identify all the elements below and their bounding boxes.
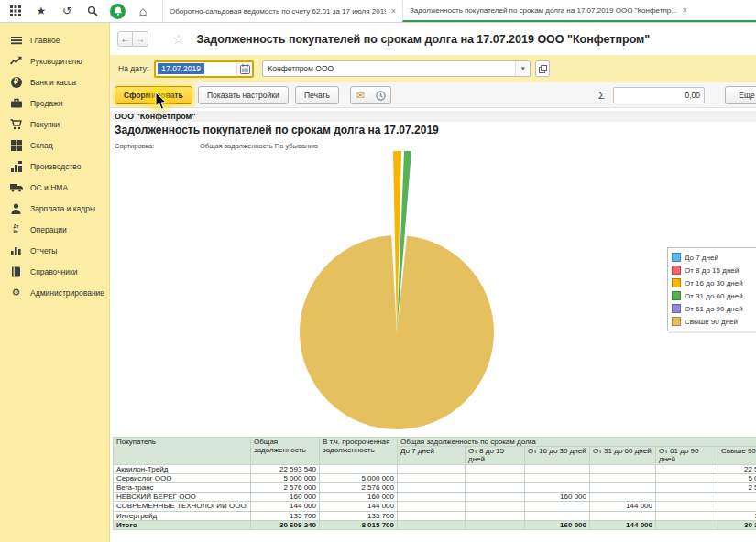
legend-label: От 61 до 90 дней	[685, 305, 743, 313]
main-area: ← → ☆ Задолженность покупателей по срока…	[110, 23, 756, 542]
sidebar-item-production[interactable]: Производство	[0, 156, 109, 177]
table-row[interactable]: Вега-транс2 576 0002 576 0002 576 000	[114, 482, 756, 492]
col-bucket-4: От 61 до 90 дней	[656, 447, 718, 464]
customer-cell: НЕВСКИЙ БЕРЕГ ООО	[114, 493, 251, 502]
sidebar-item-label: Склад	[30, 141, 53, 150]
tab-customer-debt-report[interactable]: Задолженность покупателей по срокам долг…	[402, 0, 756, 22]
amount-cell	[466, 464, 525, 473]
table-row[interactable]: СОВРЕМЕННЫЕ ТЕХНОЛОГИИ ООО144 000144 000…	[114, 502, 756, 511]
amount-cell	[466, 502, 525, 511]
show-settings-button[interactable]: Показать настройки	[198, 86, 289, 104]
close-icon[interactable]: ×	[683, 5, 687, 15]
table-row[interactable]: Аквилон-Трейд22 593 54022 593 540	[114, 464, 756, 473]
amount-cell	[590, 473, 656, 482]
amount-cell	[656, 520, 718, 529]
history-icon[interactable]: ↺	[59, 3, 75, 19]
amount-cell	[590, 511, 656, 520]
amount-cell	[590, 464, 656, 473]
table-row[interactable]: Интертрейд135 700135 700135 700	[114, 511, 756, 520]
page-header: ← → ☆ Задолженность покупателей по срока…	[110, 23, 756, 55]
report-title: Задолженность покупателей по срокам долг…	[115, 124, 439, 136]
calendar-icon[interactable]	[236, 62, 252, 76]
sidebar-item-directories[interactable]: Справочники	[0, 261, 109, 282]
col-group-buckets: Общая задолженность по срокам долга	[398, 438, 756, 447]
quick-icons: ★ ↺ ⌂	[0, 3, 162, 19]
table-row[interactable]: Сервислог ООО5 000 0005 000 0005 000 000	[114, 473, 756, 482]
sidebar-item-reports[interactable]: Отчеты	[0, 240, 109, 261]
filter-bar: На дату: 17.07.2019 Конфетпром ООО ▾	[110, 55, 756, 82]
open-organization-button[interactable]	[535, 60, 550, 77]
legend-swatch	[672, 317, 681, 326]
apps-menu-icon[interactable]	[7, 3, 24, 19]
amount-cell: 5 000 000	[718, 473, 756, 482]
favorites-star-icon[interactable]: ★	[33, 3, 49, 19]
legend-swatch	[672, 266, 681, 275]
amount-cell	[656, 502, 718, 511]
home-icon[interactable]: ⌂	[135, 3, 151, 19]
amount-cell	[466, 493, 525, 502]
boxes-icon	[9, 140, 23, 151]
amount-cell: 160 000	[320, 493, 398, 502]
sidebar-item-label: Зарплата и кадры	[30, 204, 95, 213]
legend-label: От 31 до 60 дней	[685, 292, 743, 300]
clock-icon	[376, 91, 386, 101]
amount-cell: 135 700	[320, 511, 398, 520]
sum-field[interactable]: 0,00	[613, 87, 705, 103]
debt-table: Покупатель Общая задолженность В т.ч. пр…	[113, 437, 756, 530]
forward-button[interactable]: →	[133, 31, 148, 47]
schedule-button[interactable]	[370, 86, 391, 104]
sidebar-item-label: Покупки	[30, 120, 60, 129]
print-button[interactable]: Печать	[295, 86, 339, 104]
sidebar-item-fixed-assets[interactable]: ОС и НМА	[0, 177, 109, 198]
briefcase-icon	[9, 98, 23, 108]
tab-turnover-balance-sheet[interactable]: Оборотно-сальдовая ведомость по счету 62…	[162, 0, 402, 22]
amount-cell: 144 000	[590, 520, 656, 529]
sidebar-item-purchases[interactable]: Покупки	[0, 114, 109, 135]
date-label: На дату:	[118, 64, 148, 73]
generate-button[interactable]: Сформировать	[115, 86, 192, 104]
amount-cell	[320, 464, 398, 473]
table-total-row[interactable]: Итого30 609 2408 015 700160 000144 00030…	[114, 520, 756, 529]
organization-select[interactable]: Конфетпром ООО ▾	[262, 60, 531, 77]
menu-icon	[9, 35, 23, 46]
search-icon[interactable]	[84, 3, 101, 19]
amount-cell: 2 576 000	[320, 482, 398, 492]
sidebar-item-main[interactable]: Главное	[0, 29, 109, 50]
amount-cell	[525, 511, 590, 520]
amount-cell	[525, 473, 590, 482]
sidebar-item-label: Руководителю	[30, 57, 82, 66]
sidebar-item-administration[interactable]: ⚙Администрирование	[0, 282, 109, 303]
sidebar-item-bank-cash[interactable]: ₽Банк и касса	[0, 71, 109, 92]
notifications-bell-icon[interactable]	[110, 4, 126, 19]
amount-cell: 30 305 240	[718, 520, 756, 529]
report-toolbar: Сформировать Показать настройки Печать ✉…	[110, 82, 756, 108]
col-bucket-3: От 31 до 60 дней	[590, 447, 656, 464]
amount-cell: 144 000	[251, 502, 320, 511]
date-input[interactable]: 17.07.2019	[156, 62, 236, 76]
organization-value: Конфетпром ООО	[263, 64, 515, 73]
sidebar-item-operations[interactable]: ДтКтОперации	[0, 219, 109, 240]
more-button[interactable]: Еще	[725, 86, 756, 104]
col-bucket-5: Свыше 90 дней	[718, 447, 756, 464]
sigma-icon: Σ	[598, 90, 605, 101]
chevron-down-icon[interactable]: ▾	[515, 61, 530, 76]
amount-cell	[466, 520, 525, 529]
sidebar-item-sales[interactable]: Продажи	[0, 92, 109, 114]
send-email-button[interactable]: ✉	[350, 86, 371, 104]
sidebar-item-warehouse[interactable]: Склад	[0, 135, 109, 156]
amount-cell	[656, 493, 718, 502]
sidebar-item-salary-hr[interactable]: Зарплата и кадры	[0, 198, 109, 219]
legend-label: До 7 дней	[685, 254, 718, 262]
date-field-group: 17.07.2019	[154, 60, 254, 78]
amount-cell	[398, 482, 466, 492]
table-row[interactable]: НЕВСКИЙ БЕРЕГ ООО160 000160 000160 000	[114, 493, 756, 502]
truck-icon	[9, 182, 23, 192]
sidebar-item-manager[interactable]: Руководителю	[0, 50, 109, 71]
close-icon[interactable]: ×	[391, 6, 396, 16]
col-bucket-2: От 16 до 30 дней	[525, 447, 590, 464]
customer-cell: СОВРЕМЕННЫЕ ТЕХНОЛОГИИ ООО	[114, 502, 251, 511]
back-button[interactable]: ←	[117, 31, 133, 47]
amount-cell: 30 609 240	[251, 520, 320, 529]
sidebar-item-label: Продажи	[30, 99, 63, 108]
favorite-star-icon[interactable]: ☆	[172, 31, 184, 48]
